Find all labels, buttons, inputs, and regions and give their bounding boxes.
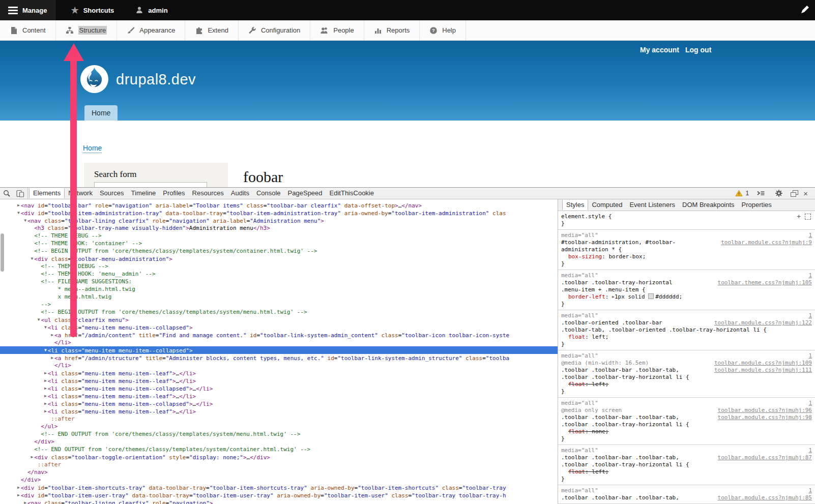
dom-tree-node[interactable]: ▶<div id="toolbar-item-user-tray" data-t… <box>17 491 558 499</box>
devtools-tab-console[interactable]: Console <box>253 188 284 198</box>
log-out-link[interactable]: Log out <box>685 46 711 54</box>
add-style-rule-button[interactable]: + <box>797 213 801 220</box>
dom-tree-node[interactable]: </ul> <box>17 423 558 430</box>
search-input[interactable] <box>94 182 207 187</box>
admin-user-tab[interactable]: admin <box>127 0 176 20</box>
my-account-link[interactable]: My account <box>640 46 679 54</box>
breadcrumb-home-link[interactable]: Home <box>83 144 102 153</box>
stylesheet-link[interactable]: toolbar.module.css?njmuhj:109 <box>714 360 812 367</box>
dom-tree-node[interactable]: <!-- END OUTPUT from 'core/themes/classy… <box>17 430 558 438</box>
stylesheet-link[interactable]: toolbar.module.css?njmuhj:111 <box>714 367 812 374</box>
color-swatch[interactable] <box>648 293 654 299</box>
dom-tree-node[interactable]: <!-- THEME DEBUG --> <box>17 262 558 270</box>
dom-tree-node[interactable]: <!-- BEGIN OUTPUT from 'core/themes/clas… <box>17 308 558 316</box>
dom-tree-node[interactable]: <h3 class="toolbar-tray-name visually-hi… <box>17 224 558 232</box>
devtools-tab-profiles[interactable]: Profiles <box>159 188 188 198</box>
devtools-tab-timeline[interactable]: Timeline <box>128 188 160 198</box>
scrollbar-thumb[interactable] <box>1 233 4 272</box>
dom-tree-node[interactable]: x menu.html.twig <box>17 293 558 301</box>
toolbar-item-extend[interactable]: Extend <box>185 20 238 40</box>
drupal-logo[interactable] <box>80 65 108 93</box>
devtools-tab-editthiscookie[interactable]: EditThisCookie <box>326 188 377 198</box>
css-property[interactable]: float: left; <box>561 468 812 476</box>
css-property[interactable]: border-left: ▶1px solid #dddddd; <box>561 293 812 301</box>
site-name[interactable]: drupal8.dev <box>116 71 196 88</box>
rule-count-link[interactable]: 1 <box>808 447 812 454</box>
dom-tree-node[interactable]: ▶<div class="toolbar-toggle-orientation"… <box>17 453 558 461</box>
rule-count-link[interactable]: 1 <box>808 272 812 279</box>
stylesheet-link[interactable]: toolbar.module.css?njmuhj:122 <box>714 319 812 327</box>
dom-tree-node[interactable]: ▼<div id="toolbar-item-administration-tr… <box>17 209 558 217</box>
dom-tree-node[interactable]: ▶<li class="menu-item menu-item--leaf">…… <box>17 377 558 384</box>
dom-tree-node[interactable]: <!-- END OUTPUT from 'core/themes/classy… <box>17 446 558 453</box>
toolbar-item-content[interactable]: Content <box>0 20 56 40</box>
devtools-tab-resources[interactable]: Resources <box>189 188 227 198</box>
toolbar-item-help[interactable]: ? Help <box>420 20 466 40</box>
stylesheet-link[interactable]: toolbar.module.css?njmuhj:9 <box>721 239 812 246</box>
stylesheet-link[interactable]: toolbar.theme.css?njmuhj:105 <box>718 279 812 286</box>
dom-tree-node[interactable]: <!-- BEGIN OUTPUT from 'core/themes/clas… <box>17 247 558 255</box>
dom-tree-node[interactable]: ▼<nav class="toolbar-lining clearfix" ro… <box>17 217 558 224</box>
toolbar-item-reports[interactable]: Reports <box>364 20 420 40</box>
dom-tree-node[interactable]: ::after <box>17 415 558 423</box>
close-icon[interactable]: × <box>803 190 808 197</box>
rule-count-link[interactable]: 1 <box>808 400 812 407</box>
styles-tab-computed[interactable]: Computed <box>588 200 626 210</box>
manage-tab[interactable]: Manage <box>0 0 55 20</box>
stylesheet-link[interactable]: toolbar.module.css?njmuhj:87 <box>718 454 812 461</box>
dom-tree-node[interactable]: <!-- THEME HOOK: 'menu__admin' --> <box>17 270 558 278</box>
stylesheet-link[interactable]: toolbar.module.css?njmuhj:96 <box>718 407 812 414</box>
dom-tree-node[interactable]: ▶<li class="menu-item menu-item--collaps… <box>17 384 558 392</box>
dom-tree-node[interactable]: ▶<div id="toolbar-item-shortcuts-tray" d… <box>17 484 558 491</box>
edit-pencil-icon[interactable] <box>800 5 810 15</box>
undock-icon[interactable] <box>791 190 798 197</box>
dom-tree-node[interactable]: </div> <box>17 476 558 484</box>
devtools-tab-network[interactable]: Network <box>65 188 96 198</box>
rule-count-link[interactable]: 1 <box>808 487 812 494</box>
settings-gear-icon[interactable] <box>772 188 785 199</box>
stylesheet-link[interactable]: toolbar.module.css?njmuhj:85 <box>718 494 812 501</box>
toolbar-item-configuration[interactable]: Configuration <box>239 20 310 40</box>
dom-tree-node[interactable]: ▼<ul class="clearfix menu"> <box>17 316 558 323</box>
rule-count-link[interactable]: 1 <box>808 312 812 319</box>
styles-tab-dom-breakpoints[interactable]: DOM Breakpoints <box>679 200 738 210</box>
inspect-element-icon[interactable] <box>805 214 811 220</box>
styles-tab-properties[interactable]: Properties <box>738 200 775 210</box>
toolbar-item-people[interactable]: People <box>310 20 364 40</box>
dom-tree-node[interactable]: <!-- THEME DEBUG --> <box>17 232 558 240</box>
css-property[interactable]: float: none; <box>561 428 812 435</box>
dom-tree-node[interactable]: ▶<nav class="toolbar-lining clearfix" ro… <box>17 499 558 504</box>
console-drawer-icon[interactable] <box>754 188 767 199</box>
warning-count[interactable]: 1 <box>746 190 749 197</box>
warning-icon[interactable] <box>735 188 744 199</box>
toolbar-item-structure[interactable]: Structure <box>56 20 118 40</box>
dom-tree-node[interactable]: ▶<nav id="toolbar-bar" role="navigation"… <box>17 201 558 209</box>
dom-tree-node[interactable]: ▼<div class="toolbar-menu-administration… <box>17 255 558 262</box>
dom-tree-node[interactable]: </li> <box>17 339 558 346</box>
styles-tab-event-listeners[interactable]: Event Listeners <box>626 200 679 210</box>
dom-tree-node[interactable]: ▼<li class="menu-item menu-item--collaps… <box>17 323 558 331</box>
shortcuts-tab[interactable]: ★ Shortcuts <box>63 0 122 20</box>
css-property[interactable]: float: left; <box>561 334 812 341</box>
dom-tree-node[interactable]: </div> <box>17 438 558 446</box>
dom-tree-node[interactable]: ▶<li class="menu-item menu-item--leaf">…… <box>17 407 558 415</box>
dom-tree-node[interactable]: ▶<a href="/admin/content" title="Find an… <box>17 331 558 339</box>
dom-tree-node[interactable]: --> <box>17 301 558 308</box>
dom-tree-node[interactable]: ▶<a href="/admin/structure" title="Admin… <box>17 354 558 362</box>
styles-tab-styles[interactable]: Styles <box>562 200 588 210</box>
dom-tree-node[interactable]: ▶<li class="menu-item menu-item--leaf">…… <box>17 369 558 377</box>
dom-tree-node[interactable]: ▶<li class="menu-item menu-item--collaps… <box>17 400 558 407</box>
dom-tree-node[interactable]: </li> <box>17 362 558 369</box>
dom-tree-node-selected[interactable]: ▼<li class="menu-item menu-item--collaps… <box>0 346 558 354</box>
dom-tree-node[interactable]: <!-- FILE NAME SUGGESTIONS: <box>17 278 558 285</box>
devtools-tab-pagespeed[interactable]: PageSpeed <box>284 188 326 198</box>
devtools-tab-elements[interactable]: Elements <box>29 188 65 198</box>
home-tab[interactable]: Home <box>84 105 118 121</box>
devtools-tab-audits[interactable]: Audits <box>227 188 253 198</box>
rule-count-link[interactable]: 1 <box>808 232 812 239</box>
dom-tree-node[interactable]: ▶<li class="menu-item menu-item--leaf">…… <box>17 392 558 400</box>
rule-count-link[interactable]: 1 <box>808 352 812 360</box>
css-property[interactable]: box-sizing: border-box; <box>561 253 812 260</box>
dom-tree-node[interactable]: <!-- THEME HOOK: 'container' --> <box>17 240 558 247</box>
dom-tree-node[interactable]: </nav> <box>17 468 558 476</box>
